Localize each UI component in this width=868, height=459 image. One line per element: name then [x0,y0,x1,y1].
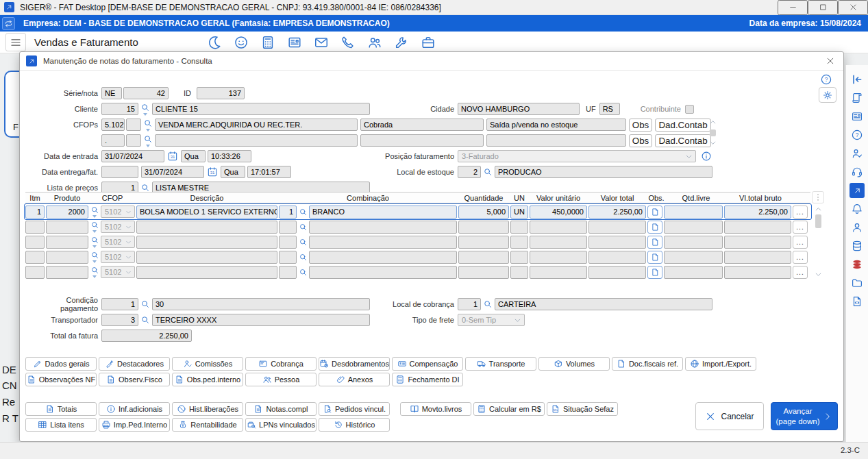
combinacao-cell[interactable] [309,251,457,264]
pessoa-button[interactable]: Pessoa [245,373,317,386]
quantidade-cell[interactable] [458,266,509,279]
cfop2-obs-button[interactable]: Obs [629,134,652,147]
quantidade-cell[interactable] [458,221,509,234]
anexos-button[interactable]: Anexos [319,373,390,386]
calculator-button[interactable] [259,34,277,51]
compensacao-button[interactable]: Compensação [392,357,463,371]
itm-cell[interactable] [25,266,45,279]
mail-button[interactable] [312,34,330,51]
observ-fisco-button[interactable]: Observ.Fisco [99,373,170,386]
un-cell[interactable]: UN [510,206,528,219]
users-button[interactable] [366,34,384,51]
data-entrega-calendar-button[interactable] [206,166,219,178]
historico-button[interactable]: Histórico [319,418,390,432]
sidebar-person-check-button[interactable] [848,145,866,162]
cfop1-desc-field[interactable]: VENDA MERC.ADQUIRIDA OU REC.TER. [155,119,358,131]
combinacao-search-button[interactable] [298,208,308,216]
cfop2-sub-field[interactable] [126,134,141,147]
tipo-frete-select[interactable]: 0-Sem Tip [458,314,525,326]
valor-total-cell[interactable]: 2.250,00 [588,206,646,219]
qtd-livre-cell[interactable] [664,266,723,279]
descricao-cell[interactable] [136,221,277,234]
descricao-cell[interactable] [136,266,277,279]
cfop2-code-field[interactable]: . [101,134,125,147]
chevron-up-icon[interactable] [708,118,717,127]
table-row[interactable]: 5102 ... [25,220,810,234]
transporte-button[interactable]: Transporte [465,357,536,371]
combinacao-cell[interactable] [309,266,457,279]
cfop1-code-field[interactable]: 5.102 [101,119,125,131]
sidebar-profile-button[interactable] [848,219,866,236]
un-cell[interactable] [510,251,528,264]
sidebar-news-button[interactable] [848,108,866,125]
totais-button[interactable]: Totais [25,402,97,416]
lista-itens-button[interactable]: Lista itens [25,418,97,432]
produto-search-button[interactable] [90,221,99,233]
valor-unitario-cell[interactable] [530,251,587,264]
observacoes-nf-button[interactable]: Observações NF [25,373,97,386]
sidebar-document-code-button[interactable] [848,293,866,310]
scroll-down-button[interactable] [813,269,823,280]
sidebar-folder-button[interactable] [848,275,866,291]
scrollbar-thumb[interactable] [710,129,716,136]
cfop2-dadcontab-button[interactable]: Dad.Contab [655,134,711,147]
table-options-button[interactable] [812,191,824,203]
close-window-button[interactable] [838,0,868,15]
quantidade-cell[interactable] [458,251,509,264]
itm-cell[interactable] [25,221,45,234]
calcular-em-rs-button[interactable]: Calcular em R$ [473,402,545,416]
cfop1-obs-button[interactable]: Obs [629,119,652,132]
obs-document-button[interactable] [647,206,662,219]
serie-field[interactable]: NE [101,87,122,99]
produto-cell[interactable] [46,236,88,249]
vl-total-bruto-cell[interactable] [724,251,791,264]
id-field[interactable]: 137 [197,87,245,99]
combinacao-search-button[interactable] [298,223,308,232]
data-entrada-field[interactable]: 31/07/2024 [101,150,164,162]
hist-liberacoes-button[interactable]: Hist.liberações [172,402,243,416]
cliente-search-button[interactable] [140,103,150,116]
produto-cell[interactable] [46,251,88,264]
desdobramentos-button[interactable]: Desdobramentos [319,357,390,371]
local-estoque-name-field[interactable]: PRODUCAO [495,166,712,178]
cfop2-saida-field[interactable] [486,134,626,147]
combinacao-cell[interactable] [309,236,457,249]
vl-total-bruto-cell[interactable]: 2.250,00 [724,206,791,219]
info-icon[interactable] [701,151,712,162]
news-button[interactable] [286,34,303,51]
sidebar-collapse-button[interactable] [848,71,866,88]
cfop2-desc-field[interactable] [155,134,358,147]
obs-ped-interno-button[interactable]: Obs.ped.interno [172,373,243,386]
combinacao-search-button[interactable] [298,238,308,247]
fechamento-di-button[interactable]: Fechamento DI [392,373,463,386]
cfop2-search-button[interactable] [143,134,153,147]
phone-button[interactable] [339,34,357,51]
cancel-button[interactable]: Cancelar [695,402,764,430]
table-row[interactable]: 5102 ... [25,265,810,279]
condicao-search-button[interactable] [140,299,150,309]
minimize-button[interactable] [778,0,808,15]
cfop1-sub-field[interactable] [126,119,141,131]
data-entrega-field[interactable]: 31/07/2024 [141,166,204,178]
local-cobranca-code-field[interactable]: 1 [458,298,481,310]
import-export-button[interactable]: Import./Export. [685,357,756,371]
sidebar-support-button[interactable] [848,164,866,180]
help-button[interactable] [820,73,832,88]
cfop1-saida-field[interactable]: Saída p/venda no estoque [486,119,626,131]
descricao-cell[interactable] [136,251,277,264]
chevron-down-icon[interactable] [708,138,717,147]
sidebar-help-button[interactable] [848,127,866,143]
imp-ped-interno-button[interactable]: Imp.Ped.Interno [99,418,170,432]
un-cell[interactable] [510,266,528,279]
lpns-vinculados-button[interactable]: LPNs vinculados [245,418,317,432]
lista-precos-search-button[interactable] [140,183,150,193]
qtd-livre-cell[interactable] [664,221,723,234]
cfop2-cobrada-field[interactable] [360,134,484,147]
maximize-button[interactable] [808,0,838,15]
valor-total-cell[interactable] [588,266,646,279]
pedidos-vincul-button[interactable]: Pedidos vincul. [319,402,390,416]
cliente-name-field[interactable]: CLIENTE 15 [152,103,370,115]
cliente-code-field[interactable]: 15 [101,103,138,115]
vl-total-bruto-cell[interactable] [724,221,791,234]
local-estoque-search-button[interactable] [483,167,493,177]
